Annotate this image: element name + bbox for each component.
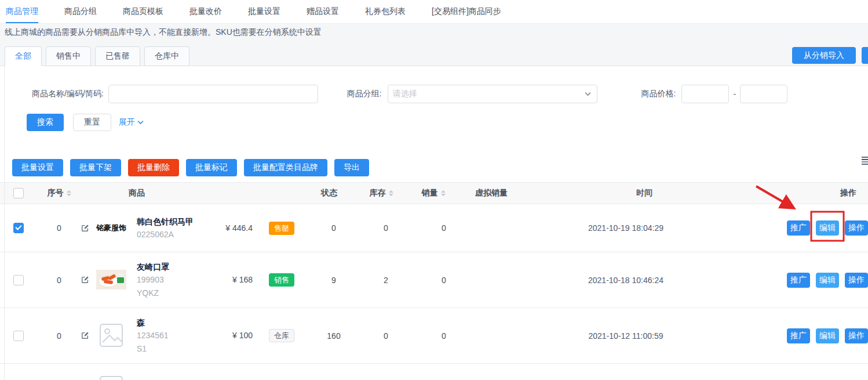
table-header-row: 序号商品状态库存销量虚拟销量时间操作 (0, 182, 868, 204)
price-min-input[interactable] (681, 85, 729, 103)
nav-tab-7[interactable]: [交易组件]商品同步 (432, 0, 501, 23)
batch-button-bar: 批量设置批量下架批量删除批量标记批量配置类目品牌导出 (12, 159, 868, 176)
product-management-page: 商品管理商品分组商品页模板批量改价批量设置赠品设置礼券包列表[交易组件]商品同步… (0, 0, 868, 380)
image-placeholder-icon (96, 376, 126, 380)
operate-button[interactable]: 操作 (845, 220, 868, 236)
table-row: 0友崎口罩199903YQKZ¥ 168销售9202021-10-18 10:4… (0, 252, 868, 308)
column-header-6: 时间 (524, 188, 765, 198)
nav-tab-4[interactable]: 批量设置 (248, 0, 280, 23)
price-max-input[interactable] (740, 85, 787, 103)
nav-tab-2[interactable]: 商品页模板 (123, 0, 163, 23)
product-cell: 友崎口罩199903YQKZ¥ 168 (81, 260, 256, 299)
edit-seq-icon[interactable] (81, 331, 89, 339)
content-left-border (4, 39, 5, 380)
edit-seq-icon[interactable] (81, 276, 89, 284)
sales-value: 0 (360, 223, 411, 233)
row-checkbox[interactable] (13, 223, 24, 233)
edit-button[interactable]: 编辑 (816, 273, 839, 288)
products-table: 序号商品状态库存销量虚拟销量时间操作 0铭豪服饰韩白色针织马甲0225062A¥… (0, 182, 868, 380)
column-header-4[interactable]: 销量 (408, 188, 459, 198)
group-filter-label: 商品分组: (347, 89, 382, 99)
column-header-0[interactable]: 序号 (37, 188, 81, 198)
row-checkbox[interactable] (13, 275, 24, 285)
batch-button-3[interactable]: 批量标记 (186, 159, 237, 176)
row-seq: 0 (37, 331, 81, 341)
table-body: 0铭豪服饰韩白色针织马甲0225062A¥ 446.4售罄0002021-10-… (0, 204, 868, 380)
select-all-checkbox[interactable] (13, 188, 24, 198)
filter-tab-1[interactable]: 销售中 (46, 46, 91, 66)
column-header-3[interactable]: 库存 (355, 188, 408, 198)
promote-button[interactable]: 推广 (787, 328, 810, 343)
table-row: 0香奈儿仓库4002021-10-12 10:47:23推广编辑操作 (0, 364, 868, 380)
partial-edge-button[interactable] (862, 47, 868, 64)
batch-button-2[interactable]: 批量删除 (128, 159, 179, 176)
column-header-label: 操作 (840, 188, 856, 197)
group-select[interactable]: 请选择 (388, 85, 597, 103)
status-badge: 售罄 (269, 222, 294, 235)
batch-button-1[interactable]: 批量下架 (70, 159, 121, 176)
operate-button[interactable]: 操作 (845, 273, 868, 288)
sort-down-caret (389, 194, 393, 196)
product-code: YQKZ (137, 287, 169, 299)
nav-tab-3[interactable]: 批量改价 (189, 0, 222, 23)
nav-tab-0[interactable]: 商品管理 (6, 0, 38, 23)
sales-value: 0 (360, 331, 411, 341)
product-cell: 森1234561S1¥ 100 (81, 316, 256, 355)
chevron-down-icon (137, 120, 144, 125)
import-from-distribution-button[interactable]: 从分销导入 (792, 47, 856, 64)
product-cell: 铭豪服饰韩白色针织马甲0225062A¥ 446.4 (81, 215, 256, 241)
edit-seq-icon[interactable] (81, 224, 89, 232)
status-badge: 仓库 (269, 329, 294, 342)
column-header-7: 操作 (765, 188, 868, 198)
sort-icon[interactable] (67, 190, 71, 196)
sort-icon[interactable] (389, 190, 393, 196)
product-code: 199903 (137, 273, 169, 286)
table-row: 0森1234561S1¥ 100仓库160002021-10-12 11:00:… (0, 308, 868, 364)
column-header-5: 虚拟销量 (459, 188, 524, 198)
product-code: 0225062A (137, 228, 194, 241)
table-row: 0铭豪服饰韩白色针织马甲0225062A¥ 446.4售罄0002021-10-… (0, 204, 868, 252)
expand-link-label: 展开 (119, 117, 135, 128)
promote-button[interactable]: 推广 (787, 220, 810, 236)
product-price: ¥ 446.4 (225, 223, 256, 233)
header-checkbox-cell (0, 188, 37, 198)
nav-tab-1[interactable]: 商品分组 (64, 0, 97, 23)
batch-button-5[interactable]: 导出 (334, 159, 369, 176)
sort-up-caret (441, 190, 446, 193)
column-settings-icon[interactable] (862, 157, 868, 166)
column-header-label: 销量 (422, 188, 438, 198)
price-range-separator: - (733, 89, 736, 99)
brand-logo-text: 铭豪服饰 (96, 224, 126, 232)
name-filter-input[interactable] (108, 85, 318, 103)
product-info: 森1234561S1 (137, 316, 169, 355)
row-seq: 0 (37, 223, 81, 233)
row-checkbox-cell (0, 223, 37, 233)
batch-button-4[interactable]: 批量配置类目品牌 (244, 159, 327, 176)
search-form: 商品名称/编码/简码: 商品分组: 请选择 商品价格: - (0, 85, 868, 103)
virtual-sales-value: 0 (411, 276, 476, 285)
promote-button[interactable]: 推广 (787, 273, 810, 288)
edit-button[interactable]: 编辑 (816, 328, 839, 343)
main-panel: 商品名称/编码/简码: 商品分组: 请选择 商品价格: - 搜索 重置 展开 批… (0, 85, 868, 380)
filter-tab-2[interactable]: 已售罄 (95, 46, 140, 66)
product-name: 友崎口罩 (137, 260, 169, 273)
nav-tab-6[interactable]: 礼券包列表 (365, 0, 406, 23)
row-time: 2021-10-12 11:00:59 (476, 331, 775, 341)
filter-tab-3[interactable]: 仓库中 (144, 46, 189, 66)
sort-up-caret (67, 190, 71, 193)
reset-button[interactable]: 重置 (73, 114, 111, 131)
expand-link[interactable]: 展开 (119, 117, 144, 128)
batch-button-0[interactable]: 批量设置 (12, 159, 63, 176)
group-select-placeholder: 请选择 (393, 89, 417, 99)
column-header-2: 状态 (304, 188, 355, 198)
nav-tab-5[interactable]: 赠品设置 (307, 0, 339, 23)
sort-icon[interactable] (441, 190, 446, 196)
row-checkbox[interactable] (13, 331, 24, 341)
status-tab-bar: 全部销售中已售罄仓库中 从分销导入 (0, 40, 868, 66)
operate-button[interactable]: 操作 (845, 328, 868, 343)
product-name: 韩白色针织马甲 (137, 215, 194, 228)
edit-button[interactable]: 编辑 (816, 220, 839, 236)
filter-tab-0[interactable]: 全部 (5, 46, 42, 66)
product-price: ¥ 168 (232, 275, 256, 284)
search-button[interactable]: 搜索 (27, 114, 64, 131)
